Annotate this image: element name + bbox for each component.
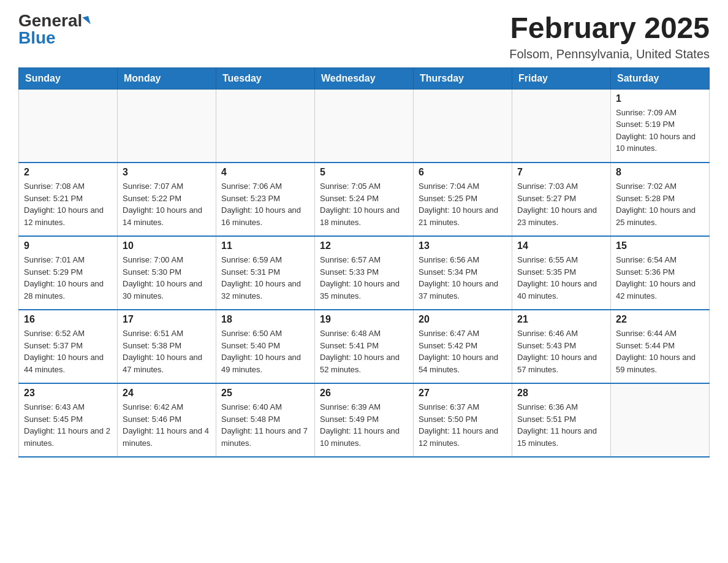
calendar-cell: [19, 89, 118, 163]
header-tuesday: Tuesday: [216, 67, 315, 89]
calendar-cell: 13Sunrise: 6:56 AM Sunset: 5:34 PM Dayli…: [414, 236, 512, 310]
calendar-cell: 8Sunrise: 7:02 AM Sunset: 5:28 PM Daylig…: [611, 163, 710, 236]
day-info: Sunrise: 6:36 AM Sunset: 5:51 PM Dayligh…: [517, 401, 605, 449]
day-number: 8: [616, 167, 704, 178]
calendar-cell: 18Sunrise: 6:50 AM Sunset: 5:40 PM Dayli…: [216, 310, 315, 383]
day-number: 27: [419, 388, 507, 399]
day-info: Sunrise: 7:06 AM Sunset: 5:23 PM Dayligh…: [221, 180, 309, 228]
day-number: 23: [24, 388, 112, 399]
calendar-body: 1Sunrise: 7:09 AM Sunset: 5:19 PM Daylig…: [19, 89, 710, 457]
logo-blue-text: Blue: [18, 29, 56, 47]
day-info: Sunrise: 7:02 AM Sunset: 5:28 PM Dayligh…: [616, 180, 704, 228]
page-header: General Blue February 2025 Folsom, Penns…: [18, 12, 710, 61]
logo-arrow-icon: [83, 16, 91, 26]
day-number: 18: [221, 314, 309, 325]
day-number: 13: [419, 240, 507, 251]
day-number: 20: [419, 314, 507, 325]
day-number: 1: [616, 93, 704, 104]
calendar-cell: 21Sunrise: 6:46 AM Sunset: 5:43 PM Dayli…: [512, 310, 611, 383]
day-info: Sunrise: 7:01 AM Sunset: 5:29 PM Dayligh…: [24, 254, 112, 302]
day-info: Sunrise: 6:57 AM Sunset: 5:33 PM Dayligh…: [320, 254, 408, 302]
calendar-cell: 20Sunrise: 6:47 AM Sunset: 5:42 PM Dayli…: [414, 310, 512, 383]
day-number: 28: [517, 388, 605, 399]
day-info: Sunrise: 6:55 AM Sunset: 5:35 PM Dayligh…: [517, 254, 605, 302]
calendar-cell: 26Sunrise: 6:39 AM Sunset: 5:49 PM Dayli…: [315, 383, 414, 457]
calendar-cell: 14Sunrise: 6:55 AM Sunset: 5:35 PM Dayli…: [512, 236, 611, 310]
calendar-header: SundayMondayTuesdayWednesdayThursdayFrid…: [19, 67, 710, 89]
calendar-cell: [512, 89, 611, 163]
logo: General Blue: [18, 12, 89, 47]
day-number: 21: [517, 314, 605, 325]
day-info: Sunrise: 6:48 AM Sunset: 5:41 PM Dayligh…: [320, 327, 408, 375]
week-row-0: 1Sunrise: 7:09 AM Sunset: 5:19 PM Daylig…: [19, 89, 710, 163]
day-number: 22: [616, 314, 704, 325]
day-info: Sunrise: 7:04 AM Sunset: 5:25 PM Dayligh…: [419, 180, 507, 228]
day-info: Sunrise: 7:00 AM Sunset: 5:30 PM Dayligh…: [123, 254, 211, 302]
week-row-3: 16Sunrise: 6:52 AM Sunset: 5:37 PM Dayli…: [19, 310, 710, 383]
calendar-cell: 24Sunrise: 6:42 AM Sunset: 5:46 PM Dayli…: [118, 383, 216, 457]
calendar-cell: 28Sunrise: 6:36 AM Sunset: 5:51 PM Dayli…: [512, 383, 611, 457]
day-number: 12: [320, 240, 408, 251]
calendar-cell: 11Sunrise: 6:59 AM Sunset: 5:31 PM Dayli…: [216, 236, 315, 310]
calendar-cell: 6Sunrise: 7:04 AM Sunset: 5:25 PM Daylig…: [414, 163, 512, 236]
month-title: February 2025: [509, 12, 710, 45]
day-number: 9: [24, 240, 112, 251]
calendar-cell: 4Sunrise: 7:06 AM Sunset: 5:23 PM Daylig…: [216, 163, 315, 236]
header-sunday: Sunday: [19, 67, 118, 89]
day-info: Sunrise: 6:59 AM Sunset: 5:31 PM Dayligh…: [221, 254, 309, 302]
calendar-cell: 17Sunrise: 6:51 AM Sunset: 5:38 PM Dayli…: [118, 310, 216, 383]
day-info: Sunrise: 7:09 AM Sunset: 5:19 PM Dayligh…: [616, 107, 704, 155]
day-number: 10: [123, 240, 211, 251]
calendar-cell: [216, 89, 315, 163]
calendar-cell: [118, 89, 216, 163]
header-row: SundayMondayTuesdayWednesdayThursdayFrid…: [19, 67, 710, 89]
calendar-cell: 19Sunrise: 6:48 AM Sunset: 5:41 PM Dayli…: [315, 310, 414, 383]
calendar-cell: 16Sunrise: 6:52 AM Sunset: 5:37 PM Dayli…: [19, 310, 118, 383]
calendar-cell: 3Sunrise: 7:07 AM Sunset: 5:22 PM Daylig…: [118, 163, 216, 236]
day-info: Sunrise: 6:40 AM Sunset: 5:48 PM Dayligh…: [221, 401, 309, 449]
calendar-cell: 5Sunrise: 7:05 AM Sunset: 5:24 PM Daylig…: [315, 163, 414, 236]
day-info: Sunrise: 6:52 AM Sunset: 5:37 PM Dayligh…: [24, 327, 112, 375]
day-number: 17: [123, 314, 211, 325]
day-info: Sunrise: 6:56 AM Sunset: 5:34 PM Dayligh…: [419, 254, 507, 302]
calendar-cell: 23Sunrise: 6:43 AM Sunset: 5:45 PM Dayli…: [19, 383, 118, 457]
calendar-cell: [315, 89, 414, 163]
day-number: 11: [221, 240, 309, 251]
day-info: Sunrise: 6:46 AM Sunset: 5:43 PM Dayligh…: [517, 327, 605, 375]
day-info: Sunrise: 7:08 AM Sunset: 5:21 PM Dayligh…: [24, 180, 112, 228]
day-number: 6: [419, 167, 507, 178]
logo-general-text: General: [18, 12, 82, 29]
day-number: 16: [24, 314, 112, 325]
day-info: Sunrise: 6:43 AM Sunset: 5:45 PM Dayligh…: [24, 401, 112, 449]
location-title: Folsom, Pennsylvania, United States: [509, 47, 710, 61]
day-number: 15: [616, 240, 704, 251]
day-number: 19: [320, 314, 408, 325]
day-info: Sunrise: 6:39 AM Sunset: 5:49 PM Dayligh…: [320, 401, 408, 449]
day-info: Sunrise: 6:47 AM Sunset: 5:42 PM Dayligh…: [419, 327, 507, 375]
week-row-4: 23Sunrise: 6:43 AM Sunset: 5:45 PM Dayli…: [19, 383, 710, 457]
day-number: 24: [123, 388, 211, 399]
day-number: 7: [517, 167, 605, 178]
day-info: Sunrise: 6:44 AM Sunset: 5:44 PM Dayligh…: [616, 327, 704, 375]
calendar-cell: [611, 383, 710, 457]
day-number: 4: [221, 167, 309, 178]
day-number: 2: [24, 167, 112, 178]
calendar-table: SundayMondayTuesdayWednesdayThursdayFrid…: [18, 67, 710, 458]
day-info: Sunrise: 6:37 AM Sunset: 5:50 PM Dayligh…: [419, 401, 507, 449]
day-info: Sunrise: 6:51 AM Sunset: 5:38 PM Dayligh…: [123, 327, 211, 375]
calendar-cell: 1Sunrise: 7:09 AM Sunset: 5:19 PM Daylig…: [611, 89, 710, 163]
day-info: Sunrise: 6:54 AM Sunset: 5:36 PM Dayligh…: [616, 254, 704, 302]
calendar-cell: [414, 89, 512, 163]
day-info: Sunrise: 7:07 AM Sunset: 5:22 PM Dayligh…: [123, 180, 211, 228]
day-number: 25: [221, 388, 309, 399]
calendar-cell: 27Sunrise: 6:37 AM Sunset: 5:50 PM Dayli…: [414, 383, 512, 457]
week-row-2: 9Sunrise: 7:01 AM Sunset: 5:29 PM Daylig…: [19, 236, 710, 310]
day-number: 14: [517, 240, 605, 251]
calendar-cell: 7Sunrise: 7:03 AM Sunset: 5:27 PM Daylig…: [512, 163, 611, 236]
day-info: Sunrise: 6:50 AM Sunset: 5:40 PM Dayligh…: [221, 327, 309, 375]
header-wednesday: Wednesday: [315, 67, 414, 89]
day-info: Sunrise: 7:05 AM Sunset: 5:24 PM Dayligh…: [320, 180, 408, 228]
calendar-cell: 22Sunrise: 6:44 AM Sunset: 5:44 PM Dayli…: [611, 310, 710, 383]
calendar-cell: 15Sunrise: 6:54 AM Sunset: 5:36 PM Dayli…: [611, 236, 710, 310]
week-row-1: 2Sunrise: 7:08 AM Sunset: 5:21 PM Daylig…: [19, 163, 710, 236]
